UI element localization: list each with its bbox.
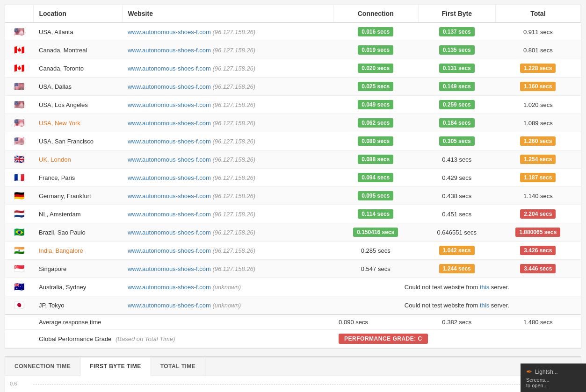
cell-location: USA, Atlanta bbox=[33, 22, 122, 41]
table-row: 🇦🇺Australia, Sydneywww.autonomous-shoes-… bbox=[5, 278, 581, 296]
cell-location: Canada, Toronto bbox=[33, 59, 122, 78]
cell-website: www.autonomous-shoes-f.com (96.127.158.2… bbox=[122, 187, 333, 205]
website-ip: (96.127.158.26) bbox=[212, 174, 255, 181]
cell-connection: 0.049 secs bbox=[333, 96, 418, 114]
avg-flag-cell bbox=[5, 314, 33, 330]
location-text: Germany, Frankfurt bbox=[39, 192, 91, 200]
avg-firstbyte-val: 0.382 secs bbox=[442, 319, 471, 326]
tab-first-byte-time[interactable]: FIRST BYTE TIME bbox=[80, 357, 151, 376]
grade-row: Global Performance Grade (Based on Total… bbox=[5, 330, 581, 348]
flag-icon: 🇺🇸 bbox=[14, 82, 24, 91]
website-link[interactable]: www.autonomous-shoes-f.com bbox=[128, 302, 211, 309]
website-link[interactable]: www.autonomous-shoes-f.com bbox=[128, 211, 211, 218]
cell-flag: 🇩🇪 bbox=[5, 187, 33, 205]
flag-icon: 🇯🇵 bbox=[14, 300, 24, 310]
cell-firstbyte: 0.429 secs bbox=[418, 169, 495, 187]
website-link[interactable]: www.autonomous-shoes-f.com bbox=[128, 174, 211, 181]
chart-tabs-container: CONNECTION TIME FIRST BYTE TIME TOTAL TI… bbox=[5, 356, 581, 392]
cell-connection: Could not test website from this server. bbox=[333, 296, 580, 315]
website-ip: (96.127.158.26) bbox=[212, 29, 255, 36]
cell-firstbyte: 0.259 secs bbox=[418, 96, 495, 114]
cell-flag: 🇧🇷 bbox=[5, 223, 33, 242]
website-link[interactable]: www.autonomous-shoes-f.com bbox=[128, 265, 211, 272]
cell-flag: 🇸🇬 bbox=[5, 260, 33, 278]
cell-website: www.autonomous-shoes-f.com (96.127.158.2… bbox=[122, 132, 333, 150]
cell-flag: 🇨🇦 bbox=[5, 59, 33, 78]
cell-total: 1.228 secs bbox=[495, 59, 580, 78]
cell-website: www.autonomous-shoes-f.com (96.127.158.2… bbox=[122, 59, 333, 78]
website-link[interactable]: www.autonomous-shoes-f.com bbox=[128, 247, 211, 254]
website-link[interactable]: www.autonomous-shoes-f.com bbox=[128, 83, 211, 90]
cell-total: 1.880065 secs bbox=[495, 223, 580, 242]
avg-total: 1.480 secs bbox=[495, 314, 580, 330]
cell-firstbyte: 0.184 secs bbox=[418, 114, 495, 132]
website-link[interactable]: www.autonomous-shoes-f.com bbox=[128, 138, 211, 145]
avg-connection: 0.090 secs bbox=[333, 314, 418, 330]
lightshot-icon: ✒ bbox=[526, 367, 532, 376]
website-link[interactable]: www.autonomous-shoes-f.com bbox=[128, 284, 211, 291]
location-text: USA, San Francisco bbox=[39, 138, 94, 145]
lightshot-subtitle: Screens... bbox=[526, 377, 580, 383]
table-row: 🇬🇧UK, Londonwww.autonomous-shoes-f.com (… bbox=[5, 150, 581, 169]
avg-firstbyte: 0.382 secs bbox=[418, 314, 495, 330]
cell-connection: 0.114 secs bbox=[333, 205, 418, 223]
cell-connection: Could not test website from this server. bbox=[333, 278, 580, 296]
cell-location: UK, London bbox=[33, 150, 122, 169]
website-ip: (96.127.158.26) bbox=[212, 156, 255, 163]
flag-icon: 🇺🇸 bbox=[14, 100, 24, 109]
location-link[interactable]: USA, New York bbox=[39, 120, 80, 127]
location-text: JP, Tokyo bbox=[39, 302, 64, 309]
cell-total: 1.160 secs bbox=[495, 78, 580, 96]
table-row: 🇺🇸USA, New Yorkwww.autonomous-shoes-f.co… bbox=[5, 114, 581, 132]
table-row: 🇺🇸USA, Dallaswww.autonomous-shoes-f.com … bbox=[5, 78, 581, 96]
cell-flag: 🇬🇧 bbox=[5, 150, 33, 169]
main-table-container: Location Website Connection First Byte T… bbox=[5, 5, 581, 349]
location-link[interactable]: India, Bangalore bbox=[39, 247, 83, 254]
cell-flag: 🇺🇸 bbox=[5, 114, 33, 132]
cell-total: 1.260 secs bbox=[495, 132, 580, 150]
website-link[interactable]: www.autonomous-shoes-f.com bbox=[128, 120, 211, 127]
website-ip: (96.127.158.26) bbox=[212, 229, 255, 236]
cell-connection: 0.025 secs bbox=[333, 78, 418, 96]
website-link[interactable]: www.autonomous-shoes-f.com bbox=[128, 229, 211, 236]
cell-firstbyte: 1.244 secs bbox=[418, 260, 495, 278]
cell-website: www.autonomous-shoes-f.com (96.127.158.2… bbox=[122, 150, 333, 169]
cell-location: NL, Amsterdam bbox=[33, 205, 122, 223]
cell-total: 0.911 secs bbox=[495, 22, 580, 41]
flag-icon: 🇧🇷 bbox=[14, 228, 24, 237]
website-ip: (96.127.158.26) bbox=[212, 247, 255, 254]
cell-connection: 0.020 secs bbox=[333, 59, 418, 78]
flag-icon: 🇺🇸 bbox=[14, 136, 24, 146]
cell-total: 1.089 secs bbox=[495, 114, 580, 132]
chart-gridline-06 bbox=[33, 385, 576, 385]
website-ip: (unknown) bbox=[212, 284, 241, 291]
cell-location: USA, Los Angeles bbox=[33, 96, 122, 114]
cell-connection: 0.547 secs bbox=[333, 260, 418, 278]
avg-total-val: 1.480 secs bbox=[523, 319, 553, 326]
cell-website: www.autonomous-shoes-f.com (96.127.158.2… bbox=[122, 169, 333, 187]
tab-total-time[interactable]: TOTAL TIME bbox=[151, 357, 206, 376]
website-link[interactable]: www.autonomous-shoes-f.com bbox=[128, 156, 211, 163]
website-ip: (96.127.158.26) bbox=[212, 65, 255, 72]
cell-website: www.autonomous-shoes-f.com (unknown) bbox=[122, 296, 333, 315]
cell-total: 0.801 secs bbox=[495, 41, 580, 59]
average-row: Average response time 0.090 secs 0.382 s… bbox=[5, 314, 581, 330]
website-link[interactable]: www.autonomous-shoes-f.com bbox=[128, 47, 211, 54]
tab-connection-time[interactable]: CONNECTION TIME bbox=[5, 357, 80, 376]
website-link[interactable]: www.autonomous-shoes-f.com bbox=[128, 192, 211, 200]
location-text: USA, Dallas bbox=[39, 83, 72, 90]
website-ip: (96.127.158.26) bbox=[212, 83, 255, 90]
location-link[interactable]: UK, London bbox=[39, 156, 71, 163]
website-ip: (96.127.158.26) bbox=[212, 101, 255, 108]
table-row: 🇮🇳India, Bangalorewww.autonomous-shoes-f… bbox=[5, 242, 581, 260]
table-row: 🇸🇬Singaporewww.autonomous-shoes-f.com (9… bbox=[5, 260, 581, 278]
location-text: USA, Los Angeles bbox=[39, 101, 88, 108]
website-link[interactable]: www.autonomous-shoes-f.com bbox=[128, 29, 211, 36]
cell-total: 1.254 secs bbox=[495, 150, 580, 169]
table-row: 🇨🇦Canada, Montrealwww.autonomous-shoes-f… bbox=[5, 41, 581, 59]
cell-website: www.autonomous-shoes-f.com (96.127.158.2… bbox=[122, 242, 333, 260]
flag-icon: 🇫🇷 bbox=[14, 173, 24, 182]
cell-firstbyte: 0.131 secs bbox=[418, 59, 495, 78]
website-link[interactable]: www.autonomous-shoes-f.com bbox=[128, 65, 211, 72]
website-link[interactable]: www.autonomous-shoes-f.com bbox=[128, 101, 211, 108]
